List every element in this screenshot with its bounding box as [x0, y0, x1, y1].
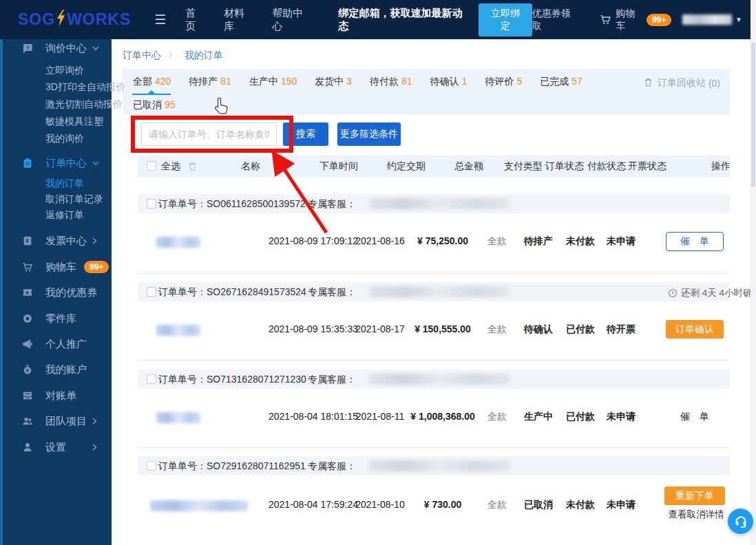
- sidebar-item-repair-orders[interactable]: 返修订单: [3, 209, 114, 222]
- coupon-claim-link[interactable]: 优惠券领取: [532, 8, 576, 32]
- sidebar-item-laser-cut-quote[interactable]: 激光切割自动报价: [3, 98, 114, 111]
- tab-pending-confirm[interactable]: 待确认1: [430, 76, 468, 88]
- customer-service-button[interactable]: [728, 509, 753, 534]
- col-select-all[interactable]: 全选: [161, 160, 180, 173]
- tab-cancelled[interactable]: 已取消95: [133, 99, 176, 111]
- gear-icon: [22, 313, 33, 324]
- bind-email-notice: 绑定邮箱，获取速加最新动态: [338, 7, 466, 33]
- view-cancel-details-link[interactable]: 查看取消详情: [662, 509, 731, 521]
- cart-badge: 99+: [84, 261, 109, 273]
- tab-pending-review[interactable]: 待评价5: [485, 76, 522, 88]
- confirm-order-button[interactable]: 订单确认: [666, 320, 724, 339]
- sidebar-item-personal-promotion[interactable]: 个人推广: [3, 337, 114, 351]
- lightning-bolt-icon: [56, 10, 66, 30]
- trash-icon[interactable]: [187, 161, 198, 173]
- order-name-redacted[interactable]: [150, 500, 248, 511]
- statement-icon: [22, 390, 33, 401]
- order-recycle-bin[interactable]: 订单回收站 (0): [643, 77, 720, 89]
- cart-badge: 99+: [647, 14, 671, 26]
- sidebar-group-inquiry-center[interactable]: ? 询价中心: [3, 41, 114, 55]
- service-agent-redacted: [369, 198, 510, 209]
- row-checkbox[interactable]: [147, 374, 156, 384]
- chevron-down-icon: [92, 46, 99, 51]
- order-name-redacted[interactable]: [156, 412, 200, 423]
- bind-now-button[interactable]: 立即绑定: [479, 3, 532, 36]
- sidebar-group-team-projects[interactable]: 团队项目: [3, 414, 114, 428]
- sidebar-group-order-center[interactable]: 订单中心: [3, 156, 114, 170]
- select-all-checkbox[interactable]: [147, 161, 156, 171]
- tab-pending-schedule[interactable]: 待排产81: [189, 76, 231, 88]
- team-icon: [22, 416, 33, 427]
- col-actions: 操作: [673, 160, 756, 173]
- breadcrumb-my-orders[interactable]: 我的订单: [185, 50, 223, 61]
- sidebar-item-agile-mold[interactable]: 敏捷模具注塑: [3, 115, 114, 129]
- row-checkbox[interactable]: [147, 461, 156, 471]
- order-search-input[interactable]: [141, 122, 277, 146]
- tab-in-production[interactable]: 生产中150: [249, 76, 297, 88]
- breadcrumb-order-center[interactable]: 订单中心: [123, 50, 161, 61]
- sidebar-item-3d-print-quote[interactable]: 3D打印全自动报价: [3, 81, 114, 94]
- sidebar-item-my-inquiries[interactable]: 我的询价: [3, 132, 114, 146]
- active-tab-underline: [132, 94, 171, 95]
- scrollbar[interactable]: [750, 0, 756, 545]
- invoice-status: 待开票: [597, 323, 645, 336]
- sidebar-group-settings[interactable]: 设置: [3, 440, 114, 454]
- top-navbar: SOG WORKS ☰ 首页 材料库 帮助中心 绑定邮箱，获取速加最新动态 立即…: [0, 0, 756, 39]
- user-dropdown-caret-icon[interactable]: ▼: [735, 16, 742, 23]
- urge-order-text[interactable]: 催 单: [666, 411, 724, 423]
- sidebar-item-cancelled-orders[interactable]: 取消订单记录: [3, 193, 114, 206]
- order-number: 订单单号：SO7291628071162951: [158, 460, 306, 473]
- order-name-redacted[interactable]: [156, 325, 200, 336]
- hamburger-menu-icon[interactable]: ☰: [154, 12, 166, 28]
- nav-item-materials[interactable]: 材料库: [224, 7, 253, 33]
- tab-all[interactable]: 全部420: [133, 76, 171, 88]
- logo[interactable]: SOG WORKS: [18, 10, 131, 30]
- clock-icon: [668, 288, 678, 298]
- order-number: 订单单号：SO2671628491573524: [158, 286, 306, 299]
- more-filters-button[interactable]: 更多筛选条件: [337, 122, 401, 146]
- reorder-button[interactable]: 重新下单: [664, 487, 725, 505]
- tab-pending-payment[interactable]: 待付款81: [370, 76, 412, 88]
- order-status-tabs: 全部420 待排产81 生产中150 发货中3 待付款81 待确认1 待评价5 …: [123, 69, 730, 114]
- sidebar-item-statement[interactable]: 对账单: [3, 389, 114, 403]
- col-order-status: 订单状态: [540, 160, 589, 173]
- service-label: 专属客服：: [308, 286, 356, 299]
- cart-icon: [22, 261, 33, 272]
- nav-item-home[interactable]: 首页: [185, 7, 204, 33]
- sidebar-item-my-account[interactable]: ¥ 我的账户: [3, 363, 114, 376]
- cart-link[interactable]: 购物车: [616, 8, 642, 32]
- cart-icon[interactable]: [600, 14, 611, 25]
- col-invoice-status: 开票状态: [623, 160, 671, 173]
- username-redacted[interactable]: [682, 14, 732, 25]
- person-icon: [22, 442, 33, 453]
- pay-type: 全款: [476, 323, 518, 336]
- logo-text-works: WORKS: [67, 10, 131, 29]
- col-order-time: 下单时间: [291, 160, 387, 173]
- sidebar-item-cart[interactable]: 购物车 99+: [3, 260, 114, 274]
- confirm-countdown: 还剩 4天 4小时确认订: [668, 287, 756, 299]
- search-button[interactable]: 搜索: [283, 122, 328, 146]
- tab-shipping[interactable]: 发货中3: [315, 76, 352, 88]
- navbar-right: 优惠券领取 购物车 99+ ▼: [532, 8, 742, 32]
- service-label: 专属客服：: [308, 374, 356, 386]
- nav-item-help-center[interactable]: 帮助中心: [272, 7, 311, 33]
- money-bag-icon: ¥: [22, 364, 33, 375]
- tab-completed[interactable]: 已完成57: [540, 76, 582, 88]
- service-agent-redacted: [369, 374, 510, 385]
- breadcrumb: 订单中心 〉 我的订单: [123, 50, 223, 62]
- chevron-down-icon: [92, 161, 99, 166]
- sidebar-item-parts-library[interactable]: 零件库: [3, 312, 114, 325]
- row-checkbox[interactable]: [147, 199, 156, 209]
- total-amount: ¥ 75,250.00: [398, 235, 487, 246]
- order-name-redacted[interactable]: [156, 237, 200, 248]
- sidebar-group-invoice-center[interactable]: ¥ 发票中心: [3, 234, 114, 248]
- row-checkbox[interactable]: [147, 287, 156, 297]
- row-divider: [138, 447, 730, 448]
- urge-order-button[interactable]: 催 单: [666, 232, 724, 251]
- order-number: 订单单号：SO0611628500139572: [158, 198, 306, 211]
- sidebar-item-my-orders[interactable]: 我的订单: [3, 177, 114, 191]
- sidebar-item-my-coupons[interactable]: ¥ 我的优惠券: [3, 286, 114, 299]
- sidebar-item-inquire-now[interactable]: 立即询价: [3, 64, 114, 78]
- scrollbar-thumb[interactable]: [751, 43, 755, 187]
- order-group-header: 订单单号：SO0611628500139572 专属客服：: [138, 194, 730, 213]
